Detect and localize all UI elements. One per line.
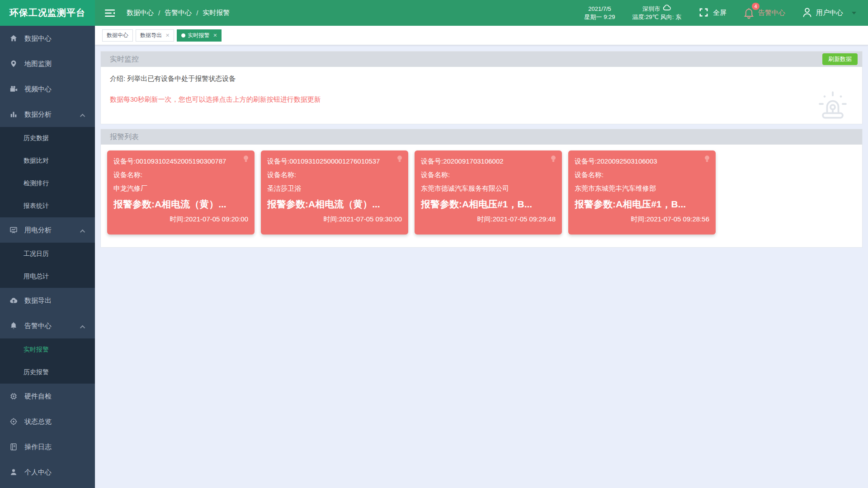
user-center-button[interactable]: 用户中心 [802,7,856,19]
alarm-siren-icon [815,88,850,122]
alarm-center-button[interactable]: 4 告警中心 [744,7,785,19]
sidebar-item-label: 数据导出 [24,296,52,305]
sidebar-item-personal-center[interactable]: 个人中心 [0,460,95,485]
tab-data-export[interactable]: 数据导出 [136,29,174,42]
close-icon[interactable] [213,33,217,38]
sidebar-item-label: 操作日志 [24,443,52,451]
sidebar-item-data-export[interactable]: 数据导出 [0,288,95,313]
bulb-icon [703,155,711,165]
sidebar-collapse-icon[interactable] [104,7,116,19]
sidebar-item-realtime-alarm[interactable]: 实时报警 [0,338,95,361]
tab-realtime-alarm[interactable]: 实时报警 [177,29,222,42]
device-number: 设备号:2020092503106003 [575,155,709,168]
cloud-upload-icon [9,296,18,305]
alarm-time: 时间:2021-07-05 09:20:00 [113,213,248,225]
app-header: 环保工况监测平台 数据中心 告警中心 实时报警 2021/7/5 星期一 9:2… [0,0,868,26]
app-logo: 环保工况监测平台 [0,0,95,26]
alarm-param: 报警参数:A相电流（黄）... [113,195,248,213]
cloud-icon [663,5,671,13]
panel-header: 实时监控 刷新数据 [101,52,862,67]
sidebar-item-video-center[interactable]: 视频中心 [0,76,95,102]
alarm-card[interactable]: 设备号:001093102500001276010537 设备名称: 圣洁莎卫浴… [261,150,408,235]
user-center-label: 用户中心 [816,9,843,17]
fullscreen-button[interactable]: 全屏 [698,7,726,19]
bulb-icon [396,155,404,165]
sidebar-item-data-compare[interactable]: 数据比对 [0,150,95,172]
sidebar-item-history-data[interactable]: 历史数据 [0,127,95,150]
tab-label: 数据中心 [107,32,128,39]
tab-label: 实时报警 [188,32,209,39]
alarm-time: 时间:2021-07-05 09:29:48 [421,213,556,225]
sidebar-item-report-stats[interactable]: 报表统计 [0,195,95,217]
chevron-up-icon [80,230,85,235]
tab-bar: 数据中心 数据导出 实时报警 [95,26,868,45]
sidebar-item-power-total[interactable]: 用电总计 [0,265,95,288]
sidebar-item-status-overview[interactable]: 状态总览 [0,409,95,434]
map-pin-icon [9,60,18,68]
device-name: 圣洁莎卫浴 [267,182,402,195]
device-name: 申龙汽修厂 [113,182,248,195]
top-bar: 数据中心 告警中心 实时报警 2021/7/5 星期一 9:29 深圳市 [95,0,868,26]
breadcrumb-item-realtime-alarm[interactable]: 实时报警 [203,9,230,17]
active-tab-dot-icon [181,33,185,38]
sidebar-item-label: 视频中心 [24,85,52,94]
home-icon [9,34,18,42]
bell-icon: 4 [744,7,754,19]
weather-display: 深圳市 温度:29℃ 风向: 东 [632,5,681,21]
sidebar-item-detect-rank[interactable]: 检测排行 [0,172,95,195]
sidebar-item-data-analysis[interactable]: 数据分析 [0,102,95,127]
main-area: 数据中心 数据导出 实时报警 实时监控 刷新数据 介绍: 列举出已有设备中处于报… [95,26,868,488]
sidebar-item-label: 用电分析 [24,226,52,235]
alarm-card[interactable]: 设备号:2020092503106003 设备名称: 东莞市东城莞丰汽车维修部 … [568,150,716,235]
breadcrumb-item-data-center[interactable]: 数据中心 [127,9,154,17]
fullscreen-label: 全屏 [713,9,726,17]
sidebar-item-alarm-center[interactable]: 告警中心 [0,313,95,338]
device-name: 东莞市东城莞丰汽车维修部 [575,182,709,195]
date-text: 2021/7/5 [585,5,615,13]
submenu-data-analysis: 历史数据 数据比对 检测排行 报表统计 [0,127,95,217]
refresh-data-button[interactable]: 刷新数据 [822,53,858,65]
sidebar-item-history-alarm[interactable]: 历史报警 [0,361,95,384]
sidebar-item-condition-calendar[interactable]: 工况日历 [0,243,95,265]
sidebar-item-label: 个人中心 [24,468,52,477]
cpu-icon [9,392,18,400]
temperature-wind-text: 温度:29℃ 风向: 东 [632,13,681,21]
datetime-display: 2021/7/5 星期一 9:29 [585,5,615,21]
device-name-label: 设备名称: [267,168,402,182]
alarm-card[interactable]: 设备号:001093102452005190300787 设备名称: 申龙汽修厂… [107,150,255,235]
close-icon[interactable] [165,33,170,38]
aim-icon [9,418,18,426]
realtime-monitor-panel: 实时监控 刷新数据 介绍: 列举出已有设备中处于报警状态设备 数据每30秒刷新一… [100,51,863,124]
user-icon [9,468,18,476]
journal-icon [9,443,18,451]
panel-header: 报警列表 [101,129,862,145]
breadcrumb-item-alarm-center[interactable]: 告警中心 [165,9,192,17]
weekday-time-text: 星期一 9:29 [585,13,615,21]
alarm-card[interactable]: 设备号:2020091703106002 设备名称: 东莞市德诚汽车服务有限公司… [415,150,562,235]
alarm-param: 报警参数:A相电流（黄）... [267,195,402,213]
device-name-label: 设备名称: [113,168,248,182]
bulb-icon [549,155,557,165]
sidebar-item-operation-log[interactable]: 操作日志 [0,434,95,460]
panel-title: 实时监控 [110,55,139,64]
sidebar-item-label: 地图监测 [24,60,52,68]
alarm-time: 时间:2021-07-05 09:28:56 [575,213,709,225]
alarm-param: 报警参数:A相电压#1，B... [421,195,556,213]
app-title: 环保工况监测平台 [9,7,85,19]
sidebar-item-label: 数据分析 [24,110,52,119]
breadcrumb-separator [196,9,198,17]
bar-chart-icon [9,110,18,118]
sidebar: 数据中心 地图监测 视频中心 数据分析 历史数据 数据比对 [0,26,95,488]
fullscreen-icon [698,7,709,19]
sidebar-item-power-analysis[interactable]: 用电分析 [0,217,95,243]
device-name: 东莞市德诚汽车服务有限公司 [421,182,556,195]
sidebar-item-map-monitor[interactable]: 地图监测 [0,51,95,76]
breadcrumb: 数据中心 告警中心 实时报警 [127,9,230,17]
sidebar-item-hardware-check[interactable]: 硬件自检 [0,384,95,409]
chevron-down-icon[interactable] [852,12,856,14]
device-name-label: 设备名称: [575,168,709,182]
user-icon [802,7,812,19]
tab-data-center[interactable]: 数据中心 [102,29,133,42]
sidebar-item-data-center[interactable]: 数据中心 [0,26,95,51]
breadcrumb-separator [158,9,160,17]
